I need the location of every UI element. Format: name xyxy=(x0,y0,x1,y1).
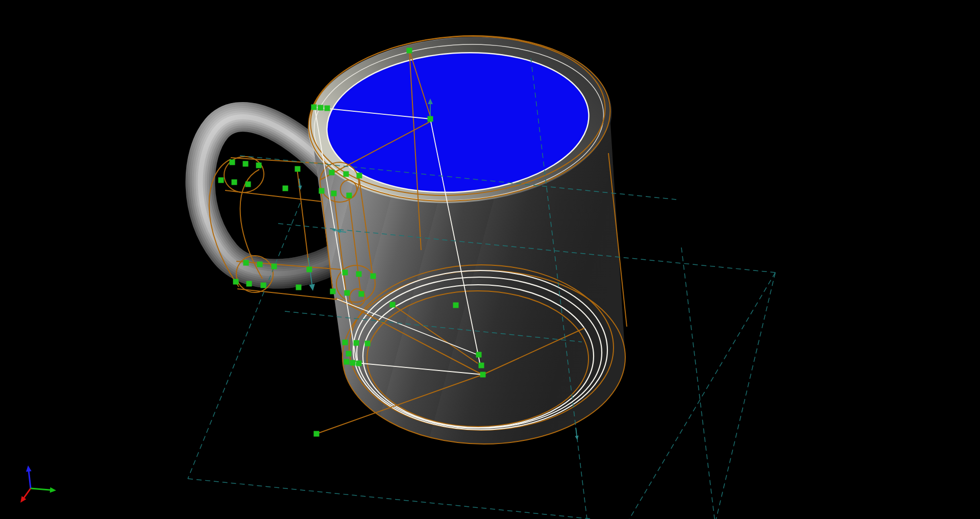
control-point[interactable] xyxy=(345,290,350,296)
control-point[interactable] xyxy=(243,260,249,266)
control-point[interactable] xyxy=(307,267,312,273)
control-point[interactable] xyxy=(330,289,336,294)
control-point[interactable] xyxy=(359,291,364,297)
control-point[interactable] xyxy=(232,180,237,185)
control-point[interactable] xyxy=(407,48,412,54)
control-point[interactable] xyxy=(350,360,356,366)
control-point[interactable] xyxy=(283,186,288,191)
control-point[interactable] xyxy=(346,351,352,357)
cad-scene-canvas[interactable] xyxy=(0,0,980,519)
control-point[interactable] xyxy=(390,302,396,308)
control-point[interactable] xyxy=(246,182,251,187)
control-point[interactable] xyxy=(342,270,348,276)
control-point[interactable] xyxy=(480,372,486,378)
control-point[interactable] xyxy=(230,160,235,165)
control-point[interactable] xyxy=(272,264,277,269)
control-point[interactable] xyxy=(356,271,362,277)
control-point[interactable] xyxy=(356,361,362,366)
control-point[interactable] xyxy=(257,262,263,267)
control-point[interactable] xyxy=(319,188,325,194)
control-point[interactable] xyxy=(479,363,484,368)
control-point[interactable] xyxy=(453,303,459,308)
control-point[interactable] xyxy=(344,359,350,365)
control-point[interactable] xyxy=(318,105,324,111)
control-point[interactable] xyxy=(247,281,252,287)
control-point[interactable] xyxy=(256,163,262,168)
control-point[interactable] xyxy=(233,279,239,285)
control-point[interactable] xyxy=(325,106,330,111)
control-point[interactable] xyxy=(261,283,266,288)
control-point[interactable] xyxy=(331,191,337,196)
3d-viewport[interactable] xyxy=(0,0,980,519)
control-point[interactable] xyxy=(296,285,302,290)
control-point[interactable] xyxy=(371,274,376,279)
control-point[interactable] xyxy=(218,178,224,183)
control-point[interactable] xyxy=(476,352,482,358)
control-point[interactable] xyxy=(329,170,335,176)
control-point[interactable] xyxy=(357,173,362,179)
control-point[interactable] xyxy=(314,431,320,437)
control-point[interactable] xyxy=(243,161,249,167)
control-point[interactable] xyxy=(295,166,301,172)
control-point[interactable] xyxy=(365,341,371,347)
control-point[interactable] xyxy=(428,116,433,122)
control-point[interactable] xyxy=(344,171,349,177)
control-point[interactable] xyxy=(354,340,359,346)
control-point[interactable] xyxy=(347,193,352,199)
control-point[interactable] xyxy=(342,340,348,345)
control-point[interactable] xyxy=(311,105,317,110)
